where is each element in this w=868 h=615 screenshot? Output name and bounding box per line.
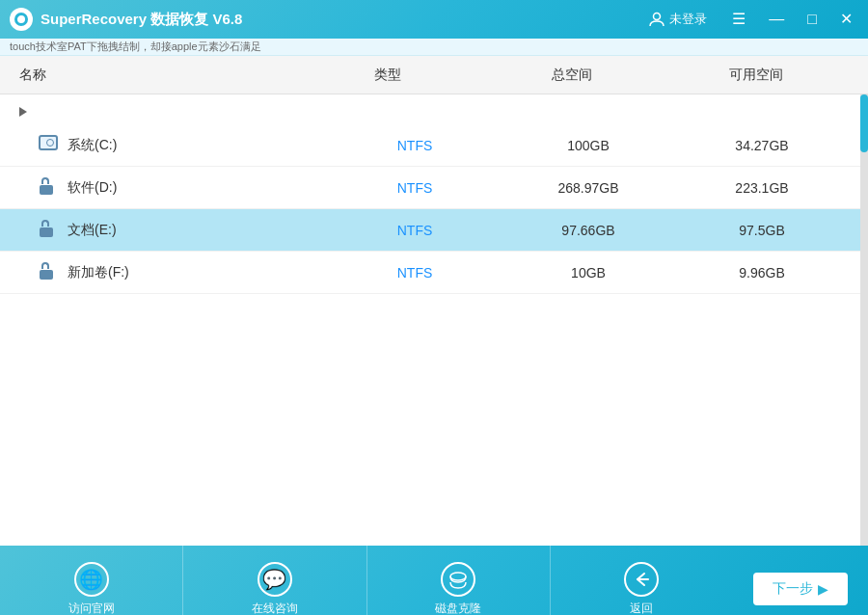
drive-free-f: 9.96GB [675,265,849,281]
toolbar-item-consult[interactable]: 💬 在线咨询 [183,546,366,615]
drive-icon-e [39,220,60,241]
drive-free-c: 34.27GB [675,138,849,153]
user-label: 未登录 [669,11,707,28]
drive-name-c: 系统(C:) [68,137,328,154]
minimize-btn[interactable]: — [763,10,790,29]
maximize-btn[interactable]: □ [801,10,823,29]
user-icon [649,12,665,27]
consult-icon: 💬 [258,562,292,597]
drive-row[interactable]: 软件(D:) NTFS 268.97GB 223.1GB [0,167,868,209]
drive-type-f: NTFS [328,265,502,281]
drive-free-d: 223.1GB [675,180,849,196]
drive-name-d: 软件(D:) [68,179,328,197]
top-banner: touch技术室PAT下拖拽结制，却接apple元素沙石满足 [0,39,868,56]
col-header-free: 可用空间 [665,67,849,84]
col-header-name: 名称 [19,67,296,84]
bottom-toolbar: 🌐 访问官网 💬 在线咨询 磁盘克隆 [0,546,868,615]
back-icon [624,562,659,597]
consult-label: 在线咨询 [252,601,298,616]
drive-type-e: NTFS [328,223,502,238]
drive-total-d: 268.97GB [502,180,675,196]
drive-icon-c [39,135,60,156]
website-icon: 🌐 [74,562,109,597]
drive-icon-d [39,177,60,199]
svg-point-1 [450,573,466,580]
toolbar-item-clone[interactable]: 磁盘克隆 [367,546,551,615]
drive-row[interactable]: 系统(C:) NTFS 100GB 34.27GB [0,124,868,167]
next-arrow-icon: ▶ [818,581,828,597]
col-header-total: 总空间 [480,67,665,84]
back-label: 返回 [630,601,653,616]
main-content: 名称 类型 总空间 可用空间 系统(C:) NTFS 100GB 34.27GB [0,56,868,546]
tree-expand[interactable] [0,99,868,124]
toolbar-item-back[interactable]: 返回 [551,546,733,615]
close-btn[interactable]: ✕ [834,10,858,29]
app-logo [10,8,33,31]
drive-total-f: 10GB [502,265,675,281]
drive-total-c: 100GB [502,138,675,153]
banner-text: touch技术室PAT下拖拽结制，却接apple元素沙石满足 [10,40,261,54]
expand-arrow-icon [19,107,27,117]
svg-point-0 [654,13,661,20]
website-label: 访问官网 [68,601,115,616]
user-area[interactable]: 未登录 [649,11,707,28]
drive-total-e: 97.66GB [502,223,675,238]
drive-tree: 系统(C:) NTFS 100GB 34.27GB 软件(D:) NTFS 26… [0,94,868,299]
scrollbar-thumb[interactable] [860,94,868,152]
titlebar: SuperRecovery 数据恢复 V6.8 未登录 ☰ — □ ✕ [0,0,868,39]
menu-btn[interactable]: ☰ [726,10,751,29]
toolbar-item-website[interactable]: 🌐 访问官网 [0,546,183,615]
app-title: SuperRecovery 数据恢复 V6.8 [41,11,649,29]
drive-name-e: 文档(E:) [68,222,328,239]
next-button[interactable]: 下一步 ▶ [753,573,848,605]
clone-icon [441,562,475,597]
drive-free-e: 97.5GB [675,223,849,238]
drive-type-d: NTFS [328,180,502,196]
next-label: 下一步 [773,580,813,598]
clone-label: 磁盘克隆 [435,601,481,616]
drive-row[interactable]: 新加卷(F:) NTFS 10GB 9.96GB [0,252,868,294]
next-btn-area: 下一步 ▶ [733,546,868,615]
table-header: 名称 类型 总空间 可用空间 [0,56,868,94]
drive-row[interactable]: 文档(E:) NTFS 97.66GB 97.5GB [0,209,868,252]
col-header-type: 类型 [296,67,480,84]
drive-type-c: NTFS [328,138,502,153]
window-controls: ☰ — □ ✕ [726,10,858,29]
drive-name-f: 新加卷(F:) [68,264,328,281]
drive-icon-f [39,262,60,283]
scrollbar[interactable] [860,94,868,546]
toolbar-items: 🌐 访问官网 💬 在线咨询 磁盘克隆 [0,546,733,615]
